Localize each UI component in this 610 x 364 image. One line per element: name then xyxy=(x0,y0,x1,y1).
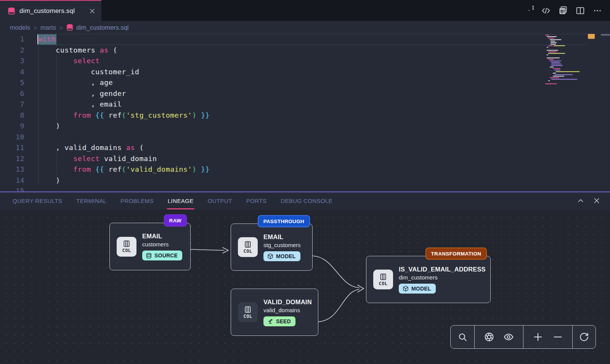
lineage-node-dim-customers[interactable]: TRANSFORMATION COL IS_VALID_EMAIL_ADDRES… xyxy=(366,256,491,303)
code-line[interactable]: 2 customers as ( xyxy=(0,45,610,56)
copy-table-icon[interactable] xyxy=(558,6,568,16)
columns-icon xyxy=(379,273,387,281)
node-subtitle: stg_customers xyxy=(263,242,301,248)
breadcrumb-separator: > xyxy=(59,24,63,31)
line-number: 8 xyxy=(0,110,24,121)
line-number: 9 xyxy=(0,121,24,132)
lineage-canvas[interactable]: RAW COL EMAIL customers SOURCE PASSTHROU xyxy=(0,210,610,364)
passthrough-badge: PASSTHROUGH xyxy=(258,215,310,227)
close-tab-icon[interactable] xyxy=(88,7,96,15)
close-panel-icon[interactable] xyxy=(592,196,601,205)
overview-ruler-marker xyxy=(588,34,595,39)
transformation-badge: TRANSFORMATION xyxy=(425,247,487,260)
line-number: 1 xyxy=(0,34,24,45)
node-title: VALID_DOMAIN xyxy=(263,299,312,306)
column-chip[interactable]: COL xyxy=(373,270,393,289)
column-chip[interactable]: COL xyxy=(117,237,136,257)
code-line[interactable]: 3 select xyxy=(0,56,610,67)
refresh-icon[interactable] xyxy=(579,332,589,342)
lineage-toolbar xyxy=(450,325,596,349)
code-line[interactable]: 13 from {{ ref('valid_domains') }} xyxy=(0,164,610,175)
column-chip[interactable]: COL xyxy=(238,237,258,257)
node-title: IS_VALID_EMAIL_ADDRESS xyxy=(399,266,486,273)
columns-icon xyxy=(244,241,252,248)
eye-icon[interactable] xyxy=(503,332,514,342)
line-number: 2 xyxy=(0,45,24,56)
line-number: 6 xyxy=(0,88,24,99)
breadcrumb: models > marts > dim_customers.sql xyxy=(0,21,610,34)
editor-tab-bar: dim_customers.sql xyxy=(0,0,610,21)
model-badge: MODEL xyxy=(263,251,300,261)
split-editor-icon[interactable] xyxy=(575,6,585,16)
columns-icon xyxy=(123,240,130,247)
line-number: 10 xyxy=(0,132,24,143)
zoom-in-icon[interactable] xyxy=(533,332,543,342)
line-number: 7 xyxy=(0,99,24,110)
line-number: 14 xyxy=(0,175,24,186)
tab-title: dim_customers.sql xyxy=(19,7,84,15)
dbt-ide-window: dim_customers.sql models > xyxy=(0,0,610,364)
line-number: 12 xyxy=(0,153,24,164)
tab-output[interactable]: OUTPUT xyxy=(208,192,232,210)
code-line[interactable]: 6 , gender xyxy=(0,88,610,99)
code-line[interactable]: 11 , valid_domains as ( xyxy=(0,142,610,153)
dbt-icon[interactable] xyxy=(524,6,534,16)
panel-controls xyxy=(576,192,601,210)
sprout-icon xyxy=(267,318,273,324)
tab-lineage[interactable]: LINEAGE xyxy=(168,192,194,210)
code-line[interactable]: 7 , email xyxy=(0,99,610,110)
database-icon xyxy=(8,7,15,15)
tab-ports[interactable]: PORTS xyxy=(246,192,266,210)
code-line[interactable]: 8 from {{ ref('stg_customers') }} xyxy=(0,110,610,121)
code-line[interactable]: 15 xyxy=(0,186,610,192)
code-line[interactable]: 4 customer_id xyxy=(0,67,610,78)
tab-query-results[interactable]: QUERY RESULTS xyxy=(13,192,62,210)
lineage-node-customers[interactable]: RAW COL EMAIL customers SOURCE xyxy=(109,223,191,270)
breadcrumb-separator: > xyxy=(34,24,37,31)
columns-icon xyxy=(244,306,252,313)
tab-debug-console[interactable]: DEBUG CONSOLE xyxy=(281,192,332,210)
search-icon[interactable] xyxy=(457,332,468,342)
tab-terminal[interactable]: TERMINAL xyxy=(76,192,106,210)
tab-problems[interactable]: PROBLEMS xyxy=(120,192,154,210)
breadcrumb-marts[interactable]: marts xyxy=(40,24,56,31)
raw-badge: RAW xyxy=(164,214,187,227)
code-line[interactable]: 10 xyxy=(0,132,610,143)
seed-badge: SEED xyxy=(263,316,295,326)
chevron-up-icon[interactable] xyxy=(576,196,585,205)
code-line[interactable]: 9 ) xyxy=(0,121,610,132)
zoom-out-icon[interactable] xyxy=(552,332,563,342)
cube-icon xyxy=(403,286,409,292)
more-actions-icon[interactable] xyxy=(592,6,602,16)
line-number: 4 xyxy=(0,67,24,78)
code-line[interactable]: 14 ) xyxy=(0,175,610,186)
aperture-icon[interactable] xyxy=(484,332,494,342)
column-chip[interactable]: COL xyxy=(238,302,258,322)
line-number: 3 xyxy=(0,56,24,67)
breadcrumb-file[interactable]: dim_customers.sql xyxy=(66,24,129,31)
lineage-node-valid-domains[interactable]: COL VALID_DOMAIN valid_domains SEED xyxy=(231,289,318,336)
node-title: EMAIL xyxy=(142,233,162,240)
line-number: 11 xyxy=(0,142,24,153)
lineage-node-stg-customers[interactable]: PASSTHROUGH COL EMAIL stg_customers MODE… xyxy=(231,224,313,271)
minimap[interactable] xyxy=(544,34,586,106)
code-line[interactable]: 1with xyxy=(0,34,610,45)
scrollbar-indicator xyxy=(601,34,610,36)
breadcrumb-models[interactable]: models xyxy=(10,24,30,31)
line-number: 15 xyxy=(0,186,24,192)
node-subtitle: valid_domains xyxy=(263,307,300,313)
node-subtitle: customers xyxy=(142,241,169,247)
code-lines: 1with2 customers as (3 select4 customer_… xyxy=(0,34,610,192)
editor-actions xyxy=(524,0,602,21)
tab-dim-customers[interactable]: dim_customers.sql xyxy=(0,0,101,21)
database-icon xyxy=(146,253,152,259)
cube-icon xyxy=(267,253,273,259)
code-editor[interactable]: 1with2 customers as (3 select4 customer_… xyxy=(0,34,610,192)
source-badge: SOURCE xyxy=(142,251,182,260)
code-icon[interactable] xyxy=(541,6,551,16)
line-number: 13 xyxy=(0,164,24,175)
code-line[interactable]: 5 , age xyxy=(0,77,610,88)
model-badge: MODEL xyxy=(399,284,436,294)
bottom-panel-tabs: QUERY RESULTS TERMINAL PROBLEMS LINEAGE … xyxy=(0,192,610,210)
code-line[interactable]: 12 select valid_domain xyxy=(0,153,610,164)
